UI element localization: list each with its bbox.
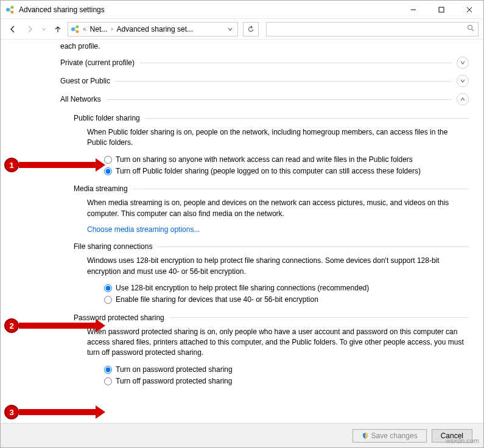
svg-line-15 [472,29,474,31]
radio-password-on-label: Turn on password protected sharing [116,365,233,375]
media-options-link[interactable]: Choose media streaming options... [87,225,469,234]
minimize-button[interactable] [399,1,427,19]
titlebar: Advanced sharing settings [1,1,483,19]
subsection-password: Password protected sharing When password… [74,313,469,387]
section-private[interactable]: Private (current profile) [60,57,469,69]
search-input[interactable] [270,25,467,33]
password-desc: When password protected sharing is on, o… [87,327,469,359]
shield-icon [362,432,369,439]
app-icon [5,5,15,15]
window-title: Advanced sharing settings [19,5,399,14]
svg-point-1 [11,5,14,9]
forward-button[interactable] [23,22,37,37]
file-conn-desc: Windows uses 128-bit encryption to help … [87,256,469,277]
breadcrumb-dropdown[interactable] [225,27,235,32]
search-box[interactable] [266,22,479,37]
section-guest[interactable]: Guest or Public [60,75,469,87]
radio-40-56bit-input[interactable] [104,296,112,304]
content-area: each profile. Private (current profile) … [1,40,483,423]
svg-line-12 [74,27,76,29]
media-title: Media streaming [74,184,128,193]
navbar: « Net... › Advanced sharing set... [1,19,483,40]
radio-40-56bit-label: Enable file sharing for devices that use… [116,295,318,305]
svg-point-9 [71,27,75,31]
radio-password-off[interactable]: Turn off password protected sharing [104,376,469,387]
radio-password-on-input[interactable] [104,366,112,374]
maximize-button[interactable] [427,1,455,19]
refresh-button[interactable] [243,22,259,37]
save-button[interactable]: Save changes [352,429,427,443]
breadcrumb-root[interactable]: Net... [89,25,109,33]
section-private-label: Private (current profile) [60,58,135,67]
subsection-media: Media streaming When media streaming is … [74,184,469,234]
radio-password-on[interactable]: Turn on password protected sharing [104,365,469,375]
chevron-down-icon[interactable] [457,75,469,87]
password-title: Password protected sharing [74,313,164,322]
window: Advanced sharing settings « Net... › Adv… [0,0,484,448]
close-button[interactable] [455,1,483,19]
save-button-label: Save changes [371,432,418,440]
svg-point-10 [76,25,79,28]
radio-128bit-label: Use 128-bit encryption to help protect f… [116,283,369,293]
svg-line-13 [74,30,76,31]
svg-rect-6 [439,7,444,12]
radio-public-on-input[interactable] [104,156,112,164]
scroll-area[interactable]: each profile. Private (current profile) … [1,40,483,423]
media-desc: When media streaming is on, people and d… [87,198,469,219]
sharing-icon [71,24,80,34]
svg-line-4 [9,10,11,12]
window-controls [399,1,483,19]
intro-text: each profile. [60,42,469,51]
radio-password-off-input[interactable] [104,377,112,385]
svg-point-2 [11,10,14,13]
radio-public-on[interactable]: Turn on sharing so anyone with network a… [104,155,469,165]
watermark: wsxdn.com [446,437,479,444]
radio-public-off-label: Turn off Public folder sharing (people l… [116,166,421,177]
svg-point-14 [468,26,472,30]
radio-public-on-label: Turn on sharing so anyone with network a… [116,155,413,165]
recent-dropdown[interactable] [40,22,48,37]
radio-public-off[interactable]: Turn off Public folder sharing (people l… [104,166,469,177]
svg-line-3 [9,8,11,9]
section-guest-label: Guest or Public [60,77,110,85]
breadcrumb-current[interactable]: Advanced sharing set... [116,25,194,33]
search-icon[interactable] [467,24,474,33]
radio-40-56bit[interactable]: Enable file sharing for devices that use… [104,295,469,305]
subsection-public-folder: Public folder sharing When Public folder… [74,114,469,176]
svg-point-11 [76,30,79,33]
chevron-down-icon[interactable] [457,57,469,69]
radio-128bit-input[interactable] [104,284,112,292]
svg-point-0 [6,8,10,12]
up-button[interactable] [51,22,65,37]
public-folder-title: Public folder sharing [74,114,140,122]
section-all-networks[interactable]: All Networks [60,93,469,105]
breadcrumb[interactable]: « Net... › Advanced sharing set... [68,22,238,37]
radio-password-off-label: Turn off password protected sharing [116,376,232,387]
breadcrumb-back-icon: « [83,26,86,32]
file-conn-title: File sharing connections [74,242,152,251]
chevron-right-icon: › [111,26,113,32]
radio-public-off-input[interactable] [104,167,112,175]
public-folder-desc: When Public folder sharing is on, people… [87,127,469,149]
subsection-file-conn: File sharing connections Windows uses 12… [74,242,469,304]
back-button[interactable] [5,22,20,37]
chevron-up-icon[interactable] [457,93,469,105]
radio-128bit[interactable]: Use 128-bit encryption to help protect f… [104,283,469,293]
footer: Save changes Cancel [1,423,483,447]
section-all-label: All Networks [60,95,101,103]
